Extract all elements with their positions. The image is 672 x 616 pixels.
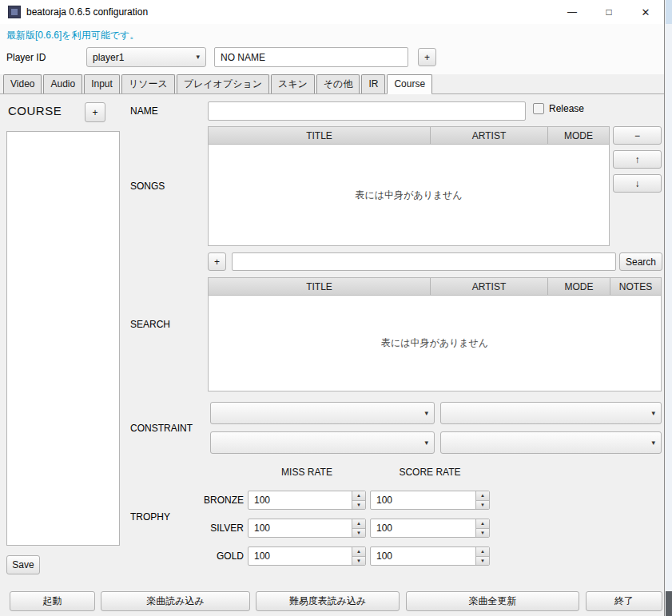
constraint-select-1[interactable]: ▾ (210, 402, 435, 424)
tab-ir[interactable]: IR (361, 74, 385, 93)
spin-up-icon[interactable]: ▲ (476, 547, 489, 557)
bronze-label: BRONZE (180, 495, 244, 506)
tab-resource[interactable]: リソース (121, 74, 175, 93)
close-button[interactable]: ✕ (627, 0, 664, 24)
save-button[interactable]: Save (6, 555, 40, 574)
player-id-value: player1 (93, 52, 124, 63)
spinner-arrows: ▲ ▼ (352, 519, 365, 537)
search-col-artist[interactable]: ARTIST (431, 278, 548, 295)
chevron-down-icon: ▾ (424, 410, 428, 417)
bronze-miss-rate-input[interactable] (249, 491, 365, 509)
exit-button[interactable]: 終了 (586, 591, 662, 611)
search-label: SEARCH (130, 319, 170, 330)
constraint-select-4[interactable]: ▾ (440, 431, 662, 454)
minimize-button[interactable]: — (554, 0, 590, 24)
miss-rate-header: MISS RATE (248, 467, 366, 478)
background-window-bottom-strip (666, 591, 672, 616)
maximize-button[interactable]: □ (590, 0, 627, 24)
constraint-label: CONSTRAINT (130, 423, 193, 434)
spin-down-icon[interactable]: ▼ (476, 529, 489, 538)
tab-video[interactable]: Video (3, 74, 42, 93)
chevron-down-icon: ▾ (424, 439, 428, 447)
songs-col-title[interactable]: TITLE (209, 127, 431, 144)
spinner-arrows: ▲ ▼ (475, 491, 489, 509)
gold-miss-rate-input[interactable] (249, 547, 365, 565)
tab-skin[interactable]: スキン (271, 74, 315, 93)
tab-bar: Video Audio Input リソース プレイオプション スキン その他 … (0, 74, 664, 94)
gold-score-rate-spinner[interactable]: ▲ ▼ (370, 546, 490, 566)
songs-move-down-button[interactable]: ↓ (613, 174, 662, 193)
gold-label: GOLD (180, 550, 244, 562)
search-table[interactable]: TITLE ARTIST MODE NOTES 表には中身がありません (208, 277, 662, 391)
songs-table[interactable]: TITLE ARTIST MODE 表には中身がありません (208, 126, 610, 246)
tab-audio[interactable]: Audio (43, 74, 82, 93)
search-input[interactable] (232, 252, 616, 271)
chevron-down-icon: ▾ (196, 54, 200, 61)
songs-col-artist[interactable]: ARTIST (431, 127, 548, 144)
songs-col-mode[interactable]: MODE (548, 127, 609, 144)
spin-up-icon[interactable]: ▲ (352, 519, 365, 529)
difficulty-table-load-button[interactable]: 難易度表読み込み (256, 591, 400, 611)
bronze-score-rate-input[interactable] (371, 491, 489, 509)
update-version-link[interactable]: 最新版[0.6.6]を利用可能です。 (6, 29, 139, 42)
background-window-titlebar-strip (666, 0, 672, 24)
release-group: Release (533, 103, 584, 114)
beatoraja-config-window: beatoraja 0.6.5 configuration — □ ✕ 最新版[… (0, 0, 665, 616)
silver-miss-rate-spinner[interactable]: ▲ ▼ (248, 519, 366, 538)
course-list[interactable] (6, 131, 120, 546)
gold-score-rate-input[interactable] (371, 547, 489, 565)
window-title: beatoraja 0.6.5 configuration (26, 6, 148, 18)
tab-course[interactable]: Course (387, 74, 432, 94)
spin-up-icon[interactable]: ▲ (476, 491, 489, 501)
silver-score-rate-input[interactable] (371, 519, 489, 537)
spin-up-icon[interactable]: ▲ (352, 491, 365, 501)
tab-other[interactable]: その他 (316, 74, 360, 93)
constraint-select-2[interactable]: ▾ (440, 402, 662, 424)
chevron-down-icon: ▾ (651, 439, 655, 447)
add-player-button[interactable]: + (418, 48, 436, 66)
search-col-notes[interactable]: NOTES (610, 278, 661, 295)
search-col-mode[interactable]: MODE (548, 278, 610, 295)
tab-play-option[interactable]: プレイオプション (177, 74, 269, 93)
search-button[interactable]: Search (619, 252, 662, 271)
add-course-button[interactable]: + (85, 102, 105, 122)
spin-down-icon[interactable]: ▼ (476, 501, 489, 510)
songs-table-header: TITLE ARTIST MODE (209, 127, 609, 145)
silver-score-rate-spinner[interactable]: ▲ ▼ (370, 519, 490, 538)
song-load-button[interactable]: 楽曲読み込み (101, 591, 250, 611)
release-label: Release (549, 103, 584, 114)
gold-miss-rate-spinner[interactable]: ▲ ▼ (248, 546, 366, 566)
spinner-arrows: ▲ ▼ (475, 519, 489, 537)
spin-down-icon[interactable]: ▼ (352, 557, 365, 566)
search-col-title[interactable]: TITLE (209, 278, 431, 295)
spin-up-icon[interactable]: ▲ (352, 547, 365, 557)
course-name-input[interactable] (208, 101, 526, 121)
search-add-button[interactable]: + (208, 252, 226, 271)
spin-down-icon[interactable]: ▼ (352, 529, 365, 538)
songs-remove-button[interactable]: − (613, 126, 662, 145)
silver-miss-rate-input[interactable] (249, 519, 365, 537)
spinner-arrows: ▲ ▼ (475, 547, 489, 565)
header-region: 最新版[0.6.6]を利用可能です。 Player ID player1 ▾ + (0, 24, 664, 74)
release-checkbox[interactable] (533, 103, 544, 114)
songs-move-up-button[interactable]: ↑ (613, 150, 662, 169)
chevron-down-icon: ▾ (651, 410, 655, 417)
search-table-empty: 表には中身がありません (209, 296, 661, 391)
spin-down-icon[interactable]: ▼ (352, 501, 365, 510)
launch-button[interactable]: 起動 (10, 591, 95, 611)
songs-label: SONGS (130, 181, 165, 192)
bronze-miss-rate-spinner[interactable]: ▲ ▼ (248, 491, 366, 510)
title-bar: beatoraja 0.6.5 configuration — □ ✕ (0, 0, 664, 24)
spin-down-icon[interactable]: ▼ (476, 557, 489, 566)
course-heading: COURSE (8, 104, 62, 117)
player-id-select[interactable]: player1 ▾ (86, 47, 206, 67)
score-rate-header: SCORE RATE (370, 467, 490, 478)
spin-up-icon[interactable]: ▲ (476, 519, 489, 529)
song-full-update-button[interactable]: 楽曲全更新 (406, 591, 579, 611)
constraint-select-3[interactable]: ▾ (210, 431, 435, 454)
bronze-score-rate-spinner[interactable]: ▲ ▼ (370, 491, 490, 510)
search-table-header: TITLE ARTIST MODE NOTES (209, 278, 661, 296)
tab-input[interactable]: Input (84, 74, 120, 93)
app-icon (8, 6, 21, 18)
player-name-input[interactable] (214, 47, 408, 67)
